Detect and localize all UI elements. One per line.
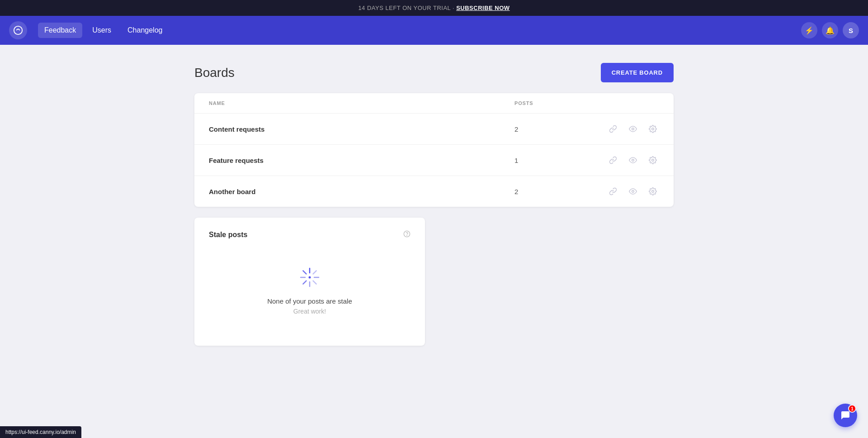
settings-icon[interactable]: [646, 154, 659, 167]
eye-icon[interactable]: [627, 123, 639, 135]
boards-header: Boards CREATE BOARD: [194, 63, 674, 82]
column-header-posts: POSTS: [514, 100, 569, 106]
svg-point-3: [632, 159, 634, 162]
subscribe-link[interactable]: SUBSCRIBE NOW: [456, 5, 509, 11]
logo-button[interactable]: [9, 21, 27, 39]
board-name: Content requests: [209, 125, 514, 133]
eye-icon[interactable]: [627, 154, 639, 167]
stale-posts-title: Stale posts: [209, 231, 247, 239]
loading-spinner-icon: [299, 267, 321, 288]
svg-line-14: [303, 271, 306, 274]
table-row: Feature requests 1: [194, 145, 674, 176]
table-row: Another board 2: [194, 176, 674, 207]
eye-icon[interactable]: [627, 185, 639, 198]
nav-link-users[interactable]: Users: [86, 23, 118, 38]
lightning-icon-button[interactable]: ⚡: [801, 22, 817, 38]
avatar[interactable]: S: [843, 22, 859, 38]
nav-right: ⚡ 🔔 S: [801, 22, 859, 38]
stale-empty-sub: Great work!: [293, 308, 326, 315]
svg-point-6: [652, 190, 654, 193]
boards-table: NAME POSTS Content requests 2 Featur: [194, 93, 674, 207]
main-content: Boards CREATE BOARD NAME POSTS Content r…: [185, 45, 683, 364]
nav-links: Feedback Users Changelog: [38, 23, 801, 38]
settings-icon[interactable]: [646, 185, 659, 198]
nav-link-feedback[interactable]: Feedback: [38, 23, 82, 38]
svg-point-2: [652, 128, 654, 130]
stale-posts-header: Stale posts: [209, 230, 410, 239]
help-icon[interactable]: [403, 230, 410, 239]
svg-point-5: [632, 190, 634, 193]
navbar: Feedback Users Changelog ⚡ 🔔 S: [0, 16, 868, 45]
svg-point-0: [14, 26, 22, 34]
link-icon[interactable]: [607, 154, 619, 167]
bell-icon-button[interactable]: 🔔: [822, 22, 838, 38]
board-posts: 2: [514, 188, 569, 195]
table-row: Content requests 2: [194, 114, 674, 145]
svg-point-1: [632, 128, 634, 130]
svg-line-15: [313, 281, 316, 284]
chat-button[interactable]: 1: [834, 404, 857, 427]
nav-link-changelog[interactable]: Changelog: [121, 23, 169, 38]
chat-badge: 1: [848, 405, 856, 413]
board-actions: [569, 154, 659, 167]
svg-line-17: [303, 281, 306, 284]
link-icon[interactable]: [607, 123, 619, 135]
board-actions: [569, 185, 659, 198]
table-header: NAME POSTS: [194, 93, 674, 114]
stale-posts-card: Stale posts None of your posts are stale: [194, 218, 425, 346]
board-posts: 2: [514, 125, 569, 133]
settings-icon[interactable]: [646, 123, 659, 135]
board-name: Feature requests: [209, 157, 514, 164]
trial-banner: 14 DAYS LEFT ON YOUR TRIAL · SUBSCRIBE N…: [0, 0, 868, 16]
board-actions: [569, 123, 659, 135]
create-board-button[interactable]: CREATE BOARD: [601, 63, 674, 82]
column-header-name: NAME: [209, 100, 514, 106]
board-name: Another board: [209, 188, 514, 195]
url-bar: https://ui-feed.canny.io/admin: [0, 426, 81, 438]
svg-point-9: [309, 276, 311, 279]
svg-line-16: [313, 271, 316, 274]
board-posts: 1: [514, 157, 569, 164]
svg-point-4: [652, 159, 654, 162]
trial-text: 14 DAYS LEFT ON YOUR TRIAL ·: [358, 5, 456, 11]
boards-title: Boards: [194, 66, 235, 80]
stale-empty-state: None of your posts are stale Great work!: [209, 257, 410, 333]
link-icon[interactable]: [607, 185, 619, 198]
stale-empty-text: None of your posts are stale: [267, 297, 352, 305]
